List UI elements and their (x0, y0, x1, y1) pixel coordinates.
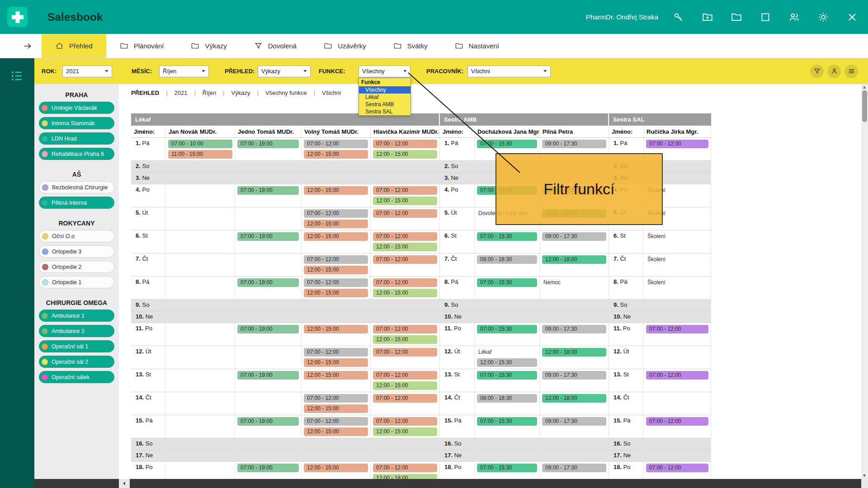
shift-pill[interactable]: 07:00 - 19:00 (237, 278, 299, 287)
shift-pill[interactable]: 07:00 - 12:00 (304, 394, 368, 403)
schedule-cell[interactable]: 12:00 - 18:00 (540, 346, 609, 369)
shift-pill[interactable]: 07:00 - 19:00 (237, 325, 299, 333)
sidebar-item[interactable]: LDN Hrad (39, 132, 114, 145)
schedule-cell[interactable]: 07:00 - 12:0012:00 - 15:00 (371, 138, 440, 160)
schedule-cell[interactable] (475, 450, 540, 461)
schedule-cell[interactable]: 07:00 - 12:0012:00 - 15:00 (302, 346, 371, 369)
schedule-cell[interactable]: 12:00 - 15:00 (302, 323, 371, 346)
schedule-cell[interactable] (371, 173, 440, 184)
schedule-cell[interactable]: 07:00 - 12:0012:00 - 15:00 (371, 323, 440, 346)
schedule-cell[interactable]: 07:00 - 12:0012:00 - 15:00 (302, 253, 371, 276)
shift-pill[interactable]: 12:00 - 15:00 (373, 197, 437, 205)
shift-pill[interactable]: 12:00 - 15:00 (304, 358, 368, 367)
schedule-cell[interactable] (166, 438, 235, 450)
horizontal-scrollbar[interactable] (34, 479, 868, 488)
shift-pill[interactable]: 07:00 - 19:00 (237, 186, 299, 195)
schedule-cell[interactable]: 12:00 - 15:00 (302, 230, 371, 253)
schedule-cell[interactable] (371, 161, 440, 172)
sidebar-item[interactable]: Interna Staromák (39, 117, 114, 129)
schedule-cell[interactable] (540, 311, 609, 323)
schedule-cell[interactable] (235, 161, 302, 172)
schedule-cell[interactable]: 12:00 - 18:00 (540, 392, 609, 415)
schedule-cell[interactable] (475, 300, 540, 311)
schedule-cell[interactable] (235, 450, 302, 461)
schedule-cell[interactable] (235, 253, 302, 276)
sidebar-item[interactable]: Ortopedie 2 (39, 261, 114, 273)
sidebar-item[interactable]: Pěkná Interna (39, 197, 114, 209)
shift-pill[interactable]: 12:00 - 15:00 (304, 150, 368, 159)
schedule-cell[interactable]: 07:00 - 12:00 (371, 207, 440, 230)
shift-pill[interactable]: 12:00 - 15:00 (304, 427, 368, 436)
schedule-cell[interactable] (166, 277, 235, 299)
shift-pill[interactable]: 12:00 - 15:00 (373, 427, 437, 436)
shift-pill[interactable]: 07:00 - 12:00 (304, 255, 368, 264)
schedule-cell[interactable] (302, 438, 371, 450)
shift-pill[interactable]: 07:00 - 12:00 (304, 348, 368, 357)
schedule-cell[interactable]: 07:00 - 19:00 (235, 230, 302, 253)
schedule-cell[interactable]: 07:00 - 15:30 (475, 369, 540, 392)
schedule-cell[interactable] (166, 207, 235, 230)
scroll-down-button[interactable] (863, 474, 866, 477)
tab-prehled[interactable]: Přehled (42, 34, 106, 58)
schedule-cell[interactable]: 07:00 - 19:00 (235, 323, 302, 346)
forward-arrow-icon[interactable] (23, 41, 33, 51)
shift-pill[interactable]: 12:00 - 15:30 (477, 358, 537, 367)
schedule-cell[interactable] (235, 300, 302, 311)
menu-circle-button[interactable] (844, 65, 858, 78)
filter-select-pracovnik[interactable]: Všichni (467, 66, 551, 77)
schedule-cell[interactable]: 07:00 - 15:30 (475, 462, 540, 479)
shift-pill[interactable]: 07:00 - 12:00 (304, 417, 368, 426)
shift-pill[interactable]: 07:00 - 12:00 (373, 186, 437, 195)
schedule-cell[interactable]: 08:00 - 16:30 (475, 392, 540, 415)
schedule-cell[interactable]: 07:00 - 12:00 (644, 369, 711, 392)
schedule-cell[interactable]: 07:00 - 19:00 (235, 138, 302, 160)
schedule-note[interactable]: Školení (646, 232, 708, 241)
sidebar-item[interactable]: Operační sál 1 (39, 340, 114, 352)
schedule-cell[interactable]: 07:00 - 19:00 (235, 369, 302, 392)
shift-pill[interactable]: 07:00 - 12:00 (373, 417, 437, 426)
shift-pill[interactable]: 07:00 - 12:00 (304, 278, 368, 287)
shift-pill[interactable]: 07:00 - 15:30 (477, 140, 537, 148)
tab-uzaverky[interactable]: Uzávěrky (310, 34, 380, 58)
sidebar-item[interactable]: Rehabilitace Praha 6 (39, 148, 114, 160)
schedule-cell[interactable] (475, 311, 540, 323)
shift-pill[interactable]: 11:00 - 15:00 (168, 150, 232, 159)
schedule-cell[interactable] (166, 184, 235, 207)
shift-pill[interactable]: 12:00 - 15:00 (304, 404, 368, 413)
sidebar-item[interactable]: Bezbolestná Chirurgie (39, 181, 114, 193)
schedule-cell[interactable] (235, 392, 302, 415)
shift-pill[interactable]: 07:00 - 12:00 (646, 464, 708, 472)
gear-icon[interactable] (817, 11, 829, 23)
shift-pill[interactable]: 07:00 - 12:00 (304, 140, 368, 148)
schedule-cell[interactable] (644, 346, 711, 369)
shift-pill[interactable]: 07:00 - 12:00 (373, 394, 437, 403)
tab-svatky[interactable]: Svátky (380, 34, 441, 58)
schedule-cell[interactable]: 07:00 - 12:0012:00 - 15:00 (302, 392, 371, 415)
shift-pill[interactable]: 07:00 - 19:00 (237, 140, 299, 148)
shift-pill[interactable]: 07:00 - 12:00 (304, 209, 368, 218)
schedule-cell[interactable]: 07:00 - 12:0012:00 - 15:00 (371, 415, 440, 438)
shift-pill[interactable]: 12:00 - 18:00 (542, 255, 606, 264)
schedule-cell[interactable] (166, 415, 235, 438)
schedule-cell[interactable] (475, 438, 540, 450)
schedule-cell[interactable] (235, 207, 302, 230)
schedule-cell[interactable] (644, 450, 711, 461)
schedule-cell[interactable]: 07:00 - 15:30 (475, 230, 540, 253)
shift-pill[interactable]: 07:00 - 15:30 (477, 417, 537, 426)
shift-pill[interactable]: 12:00 - 15:00 (304, 289, 368, 297)
schedule-cell[interactable]: 12:00 - 15:00 (302, 462, 371, 479)
schedule-cell[interactable]: 07:00 - 12:0012:00 - 18:00 (371, 462, 440, 479)
shift-pill[interactable]: 07:00 - 15:30 (477, 464, 537, 472)
schedule-cell[interactable] (644, 392, 711, 415)
shift-pill[interactable]: 12:00 - 15:00 (304, 186, 368, 195)
schedule-cell[interactable] (302, 311, 371, 323)
shift-pill[interactable]: 07:00 - 15:30 (477, 278, 537, 287)
folder-plus-icon[interactable] (702, 11, 713, 23)
schedule-cell[interactable] (540, 438, 609, 450)
shift-pill[interactable]: 07:00 - 12:00 (373, 140, 437, 148)
sidebar-item[interactable]: Operační sálek (39, 371, 114, 383)
sidebar-item[interactable]: Oční O.o (39, 230, 114, 242)
list-menu-icon[interactable] (10, 69, 24, 83)
shift-pill[interactable]: 08:00 - 16:30 (477, 255, 537, 264)
shift-pill[interactable]: 07:00 - 19:00 (237, 371, 299, 380)
